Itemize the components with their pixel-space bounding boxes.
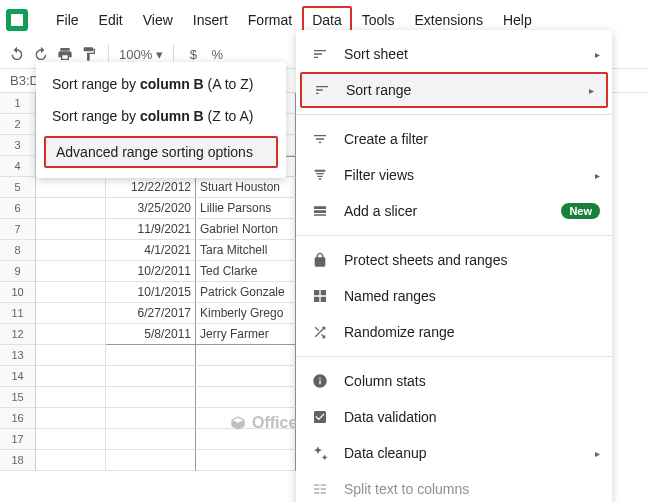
lock-icon [310, 250, 330, 270]
row-header[interactable]: 10 [0, 282, 36, 303]
column-stats-item[interactable]: Column stats [296, 363, 612, 399]
sort-range-z-a[interactable]: Sort range by column B (Z to A) [36, 100, 286, 132]
cell[interactable] [36, 261, 106, 282]
filter-views-item[interactable]: Filter views▸ [296, 157, 612, 193]
named-ranges-item[interactable]: Named ranges [296, 278, 612, 314]
sort-sheet-item[interactable]: Sort sheet▸ [296, 36, 612, 72]
sort-range-a-z[interactable]: Sort range by column B (A to Z) [36, 68, 286, 100]
cell-date[interactable]: 11/9/2021 [106, 219, 196, 240]
cell-date[interactable] [106, 408, 196, 429]
stats-icon [310, 371, 330, 391]
cell-name[interactable]: Jerry Farmer [196, 324, 296, 345]
row-header[interactable]: 2 [0, 114, 36, 135]
menu-insert[interactable]: Insert [183, 6, 238, 34]
cell-date[interactable] [106, 450, 196, 471]
row-header[interactable]: 9 [0, 261, 36, 282]
split-text-item[interactable]: Split text to columns [296, 471, 612, 502]
cell-name[interactable]: Gabriel Norton [196, 219, 296, 240]
paint-format-icon[interactable] [80, 45, 98, 63]
row-header[interactable]: 13 [0, 345, 36, 366]
cell-name[interactable] [196, 345, 296, 366]
chevron-right-icon: ▸ [595, 448, 600, 459]
add-slicer-item[interactable]: Add a slicerNew [296, 193, 612, 229]
cell[interactable] [36, 303, 106, 324]
chevron-right-icon: ▸ [595, 49, 600, 60]
print-icon[interactable] [56, 45, 74, 63]
data-validation-item[interactable]: Data validation [296, 399, 612, 435]
filter-views-icon [310, 165, 330, 185]
row-header[interactable]: 7 [0, 219, 36, 240]
cell-name[interactable]: Lillie Parsons [196, 198, 296, 219]
row-header[interactable]: 18 [0, 450, 36, 471]
row-header[interactable]: 4 [0, 156, 36, 177]
redo-icon[interactable] [32, 45, 50, 63]
cell-name[interactable]: Tara Mitchell [196, 240, 296, 261]
row-header[interactable]: 8 [0, 240, 36, 261]
cell-name[interactable]: Kimberly Grego [196, 303, 296, 324]
sort-sheet-icon [310, 44, 330, 64]
cell-date[interactable] [106, 345, 196, 366]
menu-view[interactable]: View [133, 6, 183, 34]
cell-date[interactable]: 6/27/2017 [106, 303, 196, 324]
cell[interactable] [36, 366, 106, 387]
cell-date[interactable]: 10/2/2011 [106, 261, 196, 282]
sort-range-icon [312, 80, 332, 100]
row-header[interactable]: 17 [0, 429, 36, 450]
cell-date[interactable]: 5/8/2011 [106, 324, 196, 345]
row-header[interactable]: 14 [0, 366, 36, 387]
protect-sheets-item[interactable]: Protect sheets and ranges [296, 242, 612, 278]
cell-name[interactable]: Ted Clarke [196, 261, 296, 282]
cell[interactable] [36, 429, 106, 450]
cell-date[interactable]: 12/22/2012 [106, 177, 196, 198]
cell-date[interactable]: 3/25/2020 [106, 198, 196, 219]
create-filter-item[interactable]: Create a filter [296, 121, 612, 157]
row-header[interactable]: 16 [0, 408, 36, 429]
cell[interactable] [36, 345, 106, 366]
chevron-right-icon: ▸ [589, 85, 594, 96]
sort-range-item[interactable]: Sort range▸ [300, 72, 608, 108]
cell-date[interactable]: 4/1/2021 [106, 240, 196, 261]
menu-file[interactable]: File [46, 6, 89, 34]
sheets-logo [6, 9, 28, 31]
randomize-range-item[interactable]: Randomize range [296, 314, 612, 350]
cell-date[interactable]: 10/1/2015 [106, 282, 196, 303]
cell[interactable] [36, 282, 106, 303]
cell[interactable] [36, 198, 106, 219]
cell-name[interactable]: Patrick Gonzale [196, 282, 296, 303]
cell-name[interactable] [196, 387, 296, 408]
new-badge: New [561, 203, 600, 219]
cell[interactable] [36, 387, 106, 408]
row-header[interactable]: 1 [0, 93, 36, 114]
row-header[interactable]: 12 [0, 324, 36, 345]
row-header[interactable]: 15 [0, 387, 36, 408]
menu-edit[interactable]: Edit [89, 6, 133, 34]
cell-name[interactable] [196, 450, 296, 471]
cell-date[interactable] [106, 366, 196, 387]
cell[interactable] [36, 324, 106, 345]
cell[interactable] [36, 177, 106, 198]
cell-name[interactable] [196, 366, 296, 387]
percent-icon[interactable]: % [208, 45, 226, 63]
cell[interactable] [36, 219, 106, 240]
cell[interactable] [36, 450, 106, 471]
shuffle-icon [310, 322, 330, 342]
cell-name[interactable] [196, 429, 296, 450]
cell[interactable] [36, 240, 106, 261]
undo-icon[interactable] [8, 45, 26, 63]
menu-format[interactable]: Format [238, 6, 302, 34]
cell-date[interactable] [106, 387, 196, 408]
named-ranges-icon [310, 286, 330, 306]
row-header[interactable]: 6 [0, 198, 36, 219]
row-header[interactable]: 5 [0, 177, 36, 198]
currency-icon[interactable]: $ [184, 45, 202, 63]
zoom-selector[interactable]: 100%▾ [119, 47, 163, 62]
row-header[interactable]: 11 [0, 303, 36, 324]
sort-range-submenu: Sort range by column B (A to Z) Sort ran… [36, 62, 286, 178]
cell-name[interactable]: Stuart Houston [196, 177, 296, 198]
cell-date[interactable] [106, 429, 196, 450]
chevron-right-icon: ▸ [595, 170, 600, 181]
data-cleanup-item[interactable]: Data cleanup▸ [296, 435, 612, 471]
cell[interactable] [36, 408, 106, 429]
row-header[interactable]: 3 [0, 135, 36, 156]
advanced-sorting-options[interactable]: Advanced range sorting options [44, 136, 278, 168]
